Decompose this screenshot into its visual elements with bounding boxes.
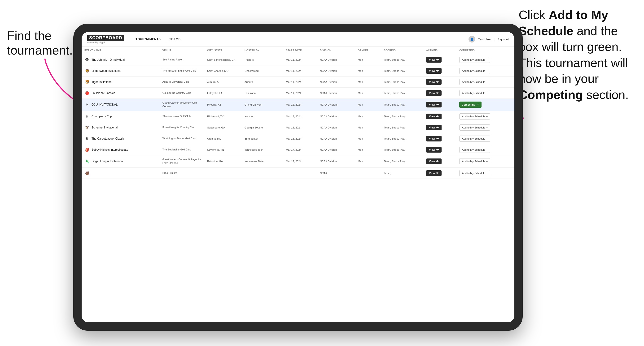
hosted-cell: Binghamton xyxy=(242,133,283,144)
city-cell: Urbana, MD xyxy=(204,133,242,144)
city-cell: Phoenix, AZ xyxy=(204,99,242,111)
competing-button[interactable]: Competing ✓ xyxy=(459,102,481,108)
venue-cell: Grand Canyon University Golf Course xyxy=(160,99,204,111)
venue-cell: Oakbourne Country Club xyxy=(160,88,204,99)
hosted-cell: Grand Canyon xyxy=(242,99,283,111)
competing-cell: Add to My Schedule + xyxy=(456,144,514,155)
tab-teams[interactable]: TEAMS xyxy=(165,35,185,43)
annotation-right: Click Add to My Schedule and the box wil… xyxy=(519,7,637,103)
annotation-bold-1: Add to My Schedule xyxy=(519,8,608,38)
gender-cell: Men xyxy=(355,99,381,111)
division-cell: NCAA Division I xyxy=(317,77,355,88)
view-button[interactable]: View 👁 xyxy=(426,170,442,176)
table-row: 🦁 Lindenwood Invitational The Missouri B… xyxy=(82,65,514,77)
add-schedule-button[interactable]: Add to My Schedule + xyxy=(459,57,490,63)
eye-icon: 👁 xyxy=(436,92,439,94)
table-row: 🦎 Linger Longer Invitational Great Water… xyxy=(82,155,514,168)
competing-cell: Add to My Schedule + xyxy=(456,155,514,168)
view-button[interactable]: View 👁 xyxy=(426,114,442,119)
plus-icon: + xyxy=(486,126,488,129)
date-cell: Mar 17, 2024 xyxy=(283,144,317,155)
view-button[interactable]: View 👁 xyxy=(426,159,442,164)
actions-cell: View 👁 xyxy=(423,133,456,144)
view-button[interactable]: View 👁 xyxy=(426,102,442,107)
plus-icon: + xyxy=(486,92,488,94)
competing-cell: Add to My Schedule + xyxy=(456,54,514,65)
event-name-text: Louisiana Classics xyxy=(92,91,115,95)
event-name-text: Lindenwood Invitational xyxy=(92,69,121,72)
division-cell: NCAA Division I xyxy=(317,122,355,133)
city-cell: Statesboro, GA xyxy=(204,122,242,133)
eye-icon: 👁 xyxy=(436,81,439,83)
add-schedule-label: Add to My Schedule xyxy=(462,137,485,140)
add-schedule-button[interactable]: Add to My Schedule + xyxy=(459,113,490,120)
team-logo: 🅡 xyxy=(84,57,90,62)
table-row: 🅡 The Johnnie - O Individual Sea Palms R… xyxy=(82,54,514,65)
date-cell: Mar 11, 2024 xyxy=(283,54,317,65)
hosted-cell: Kennesaw State xyxy=(242,155,283,168)
add-schedule-button[interactable]: Add to My Schedule + xyxy=(459,147,490,153)
tab-tournaments[interactable]: TOURNAMENTS xyxy=(131,35,165,43)
city-cell: Eatonton, GA xyxy=(204,155,242,168)
team-logo: 🎒 xyxy=(84,147,90,152)
team-logo: 🐯 xyxy=(84,79,90,85)
event-name-cell: ✈ GCU INVITATIONAL xyxy=(82,99,160,111)
eye-icon: 👁 xyxy=(436,160,439,163)
add-schedule-button[interactable]: Add to My Schedule + xyxy=(459,158,490,164)
division-cell: NCAA Division I xyxy=(317,88,355,99)
add-schedule-button[interactable]: Add to My Schedule + xyxy=(459,136,490,142)
gender-cell: Men xyxy=(355,155,381,168)
sign-out-link[interactable]: Sign out xyxy=(497,37,509,41)
add-schedule-button[interactable]: Add to My Schedule + xyxy=(459,79,490,85)
add-schedule-button[interactable]: Add to My Schedule + xyxy=(459,170,490,176)
team-logo: 🦁 xyxy=(84,68,90,73)
date-cell: Mar 17, 2024 xyxy=(283,155,317,168)
event-name-text: Linger Longer Invitational xyxy=(92,160,124,163)
col-gender: GENDER xyxy=(355,47,381,54)
view-button[interactable]: View 👁 xyxy=(426,147,442,153)
view-button[interactable]: View 👁 xyxy=(426,125,442,130)
event-name-cell: 🎒 Bobby Nichols Intercollegiate xyxy=(82,144,160,155)
add-schedule-button[interactable]: Add to My Schedule + xyxy=(459,125,490,131)
scoring-cell: Team, Stroke Play xyxy=(381,144,423,155)
tournaments-table: EVENT NAME VENUE CITY, STATE HOSTED BY S… xyxy=(82,47,514,179)
add-schedule-label: Add to My Schedule xyxy=(462,148,485,151)
add-schedule-label: Add to My Schedule xyxy=(462,160,485,163)
event-name-cell: 🅡 The Johnnie - O Individual xyxy=(82,54,160,65)
actions-cell: View 👁 xyxy=(423,99,456,111)
division-cell: NCAA Division I xyxy=(317,133,355,144)
gender-cell: Men xyxy=(355,122,381,133)
view-button[interactable]: View 👁 xyxy=(426,68,442,74)
add-schedule-button[interactable]: Add to My Schedule + xyxy=(459,68,490,74)
event-name-text: GCU INVITATIONAL xyxy=(92,103,118,106)
division-cell: NCAA xyxy=(317,168,355,178)
scoring-cell: Team, Stroke Play xyxy=(381,77,423,88)
divider: | xyxy=(494,37,494,41)
view-button[interactable]: View 👁 xyxy=(426,57,442,63)
division-cell: NCAA Division I xyxy=(317,54,355,65)
date-cell xyxy=(283,168,317,178)
col-venue: VENUE xyxy=(160,47,204,54)
date-cell: Mar 15, 2024 xyxy=(283,122,317,133)
plus-icon: + xyxy=(486,115,488,118)
table-row: 🐯 Tiger Invitational Auburn University C… xyxy=(82,77,514,88)
event-name-text: Schenkel Invitational xyxy=(92,126,118,129)
gender-cell xyxy=(355,168,381,178)
col-city: CITY, STATE xyxy=(204,47,242,54)
add-schedule-label: Add to My Schedule xyxy=(462,126,485,129)
col-division: DIVISION xyxy=(317,47,355,54)
division-cell: NCAA Division I xyxy=(317,155,355,168)
view-button[interactable]: View 👁 xyxy=(426,136,442,142)
city-cell xyxy=(204,168,242,178)
gender-cell: Men xyxy=(355,88,381,99)
col-event-name: EVENT NAME xyxy=(82,47,160,54)
scoring-cell: Team, Stroke Play xyxy=(381,111,423,122)
annotation-left-text: Find the tournament. xyxy=(7,29,73,57)
view-button[interactable]: View 👁 xyxy=(426,79,442,85)
view-button[interactable]: View 👁 xyxy=(426,90,442,96)
team-logo: H xyxy=(84,114,90,119)
add-schedule-button[interactable]: Add to My Schedule + xyxy=(459,90,490,96)
actions-cell: View 👁 xyxy=(423,155,456,168)
tablet-screen: SCOREBOARD Powered by clippd TOURNAMENTS… xyxy=(82,32,514,322)
scoring-cell: Team, Stroke Play xyxy=(381,133,423,144)
